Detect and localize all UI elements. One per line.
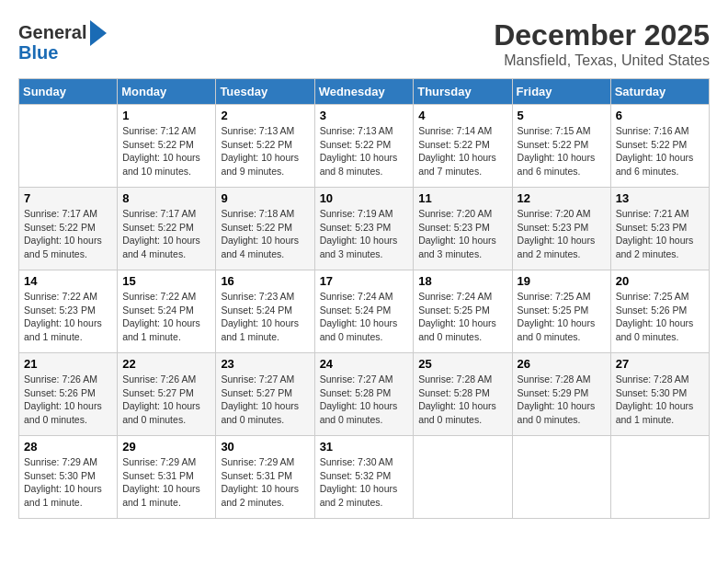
calendar-cell — [512, 436, 610, 519]
location-title: Mansfield, Texas, United States — [494, 52, 710, 69]
calendar-table: SundayMondayTuesdayWednesdayThursdayFrid… — [18, 78, 710, 519]
day-number: 4 — [418, 109, 506, 122]
header-tuesday: Tuesday — [216, 79, 314, 105]
day-info: Sunrise: 7:29 AMSunset: 5:31 PMDaylight:… — [221, 455, 309, 510]
day-number: 27 — [616, 357, 704, 371]
day-info: Sunrise: 7:13 AMSunset: 5:22 PMDaylight:… — [320, 124, 409, 178]
header-saturday: Saturday — [610, 79, 709, 105]
calendar-cell: 13Sunrise: 7:21 AMSunset: 5:23 PMDayligh… — [610, 188, 709, 270]
day-info: Sunrise: 7:27 AMSunset: 5:27 PMDaylight:… — [221, 373, 309, 427]
day-info: Sunrise: 7:21 AMSunset: 5:23 PMDaylight:… — [616, 207, 704, 261]
calendar-cell: 12Sunrise: 7:20 AMSunset: 5:23 PMDayligh… — [512, 188, 610, 270]
calendar-cell: 15Sunrise: 7:22 AMSunset: 5:24 PMDayligh… — [118, 270, 216, 353]
day-number: 1 — [122, 109, 210, 122]
day-info: Sunrise: 7:25 AMSunset: 5:25 PMDaylight:… — [518, 290, 606, 344]
day-info: Sunrise: 7:22 AMSunset: 5:24 PMDaylight:… — [122, 290, 210, 344]
day-info: Sunrise: 7:24 AMSunset: 5:25 PMDaylight:… — [418, 290, 506, 344]
calendar-cell — [610, 436, 709, 519]
header-monday: Monday — [118, 79, 216, 105]
day-info: Sunrise: 7:27 AMSunset: 5:28 PMDaylight:… — [320, 373, 409, 427]
day-info: Sunrise: 7:30 AMSunset: 5:32 PMDaylight:… — [320, 455, 409, 510]
week-row-1: 1Sunrise: 7:12 AMSunset: 5:22 PMDaylight… — [19, 105, 710, 188]
calendar-cell: 4Sunrise: 7:14 AMSunset: 5:22 PMDaylight… — [414, 105, 512, 188]
day-number: 12 — [518, 191, 606, 205]
day-number: 21 — [24, 357, 112, 371]
calendar-cell: 31Sunrise: 7:30 AMSunset: 5:32 PMDayligh… — [314, 436, 414, 519]
calendar-cell: 11Sunrise: 7:20 AMSunset: 5:23 PMDayligh… — [414, 188, 512, 270]
calendar-cell: 9Sunrise: 7:18 AMSunset: 5:22 PMDaylight… — [216, 188, 314, 270]
day-number: 20 — [616, 274, 704, 288]
calendar-cell: 29Sunrise: 7:29 AMSunset: 5:31 PMDayligh… — [118, 436, 216, 519]
day-number: 17 — [320, 274, 409, 288]
calendar-cell: 27Sunrise: 7:28 AMSunset: 5:30 PMDayligh… — [610, 353, 709, 436]
calendar-cell: 5Sunrise: 7:15 AMSunset: 5:22 PMDaylight… — [512, 105, 610, 188]
day-number: 29 — [122, 440, 210, 454]
day-number: 30 — [221, 440, 309, 454]
calendar-cell: 1Sunrise: 7:12 AMSunset: 5:22 PMDaylight… — [118, 105, 216, 188]
calendar-cell: 7Sunrise: 7:17 AMSunset: 5:22 PMDaylight… — [19, 188, 118, 270]
day-number: 19 — [518, 274, 606, 288]
header-friday: Friday — [512, 79, 610, 105]
day-number: 24 — [320, 357, 409, 371]
calendar-cell: 21Sunrise: 7:26 AMSunset: 5:26 PMDayligh… — [19, 353, 118, 436]
logo-text-general: General — [18, 22, 86, 43]
day-number: 8 — [122, 191, 210, 205]
day-number: 9 — [221, 191, 309, 205]
day-info: Sunrise: 7:14 AMSunset: 5:22 PMDaylight:… — [418, 124, 506, 178]
calendar-cell: 18Sunrise: 7:24 AMSunset: 5:25 PMDayligh… — [414, 270, 512, 353]
day-info: Sunrise: 7:29 AMSunset: 5:31 PMDaylight:… — [122, 455, 210, 510]
day-info: Sunrise: 7:20 AMSunset: 5:23 PMDaylight:… — [518, 207, 606, 261]
day-number: 3 — [320, 109, 409, 122]
day-number: 2 — [221, 109, 309, 122]
calendar-cell: 24Sunrise: 7:27 AMSunset: 5:28 PMDayligh… — [314, 353, 414, 436]
week-row-5: 28Sunrise: 7:29 AMSunset: 5:30 PMDayligh… — [19, 436, 710, 519]
month-title: December 2025 — [494, 18, 710, 52]
header-wednesday: Wednesday — [314, 79, 414, 105]
day-number: 14 — [24, 274, 112, 288]
calendar-cell: 16Sunrise: 7:23 AMSunset: 5:24 PMDayligh… — [216, 270, 314, 353]
day-info: Sunrise: 7:24 AMSunset: 5:24 PMDaylight:… — [320, 290, 409, 344]
day-info: Sunrise: 7:12 AMSunset: 5:22 PMDaylight:… — [122, 124, 210, 178]
header-thursday: Thursday — [414, 79, 512, 105]
day-number: 16 — [221, 274, 309, 288]
day-number: 13 — [616, 191, 704, 205]
calendar-cell: 23Sunrise: 7:27 AMSunset: 5:27 PMDayligh… — [216, 353, 314, 436]
day-number: 18 — [418, 274, 506, 288]
day-info: Sunrise: 7:19 AMSunset: 5:23 PMDaylight:… — [320, 207, 409, 261]
day-number: 31 — [320, 440, 409, 454]
day-info: Sunrise: 7:29 AMSunset: 5:30 PMDaylight:… — [24, 455, 112, 510]
day-info: Sunrise: 7:28 AMSunset: 5:30 PMDaylight:… — [616, 373, 704, 427]
calendar-cell: 17Sunrise: 7:24 AMSunset: 5:24 PMDayligh… — [314, 270, 414, 353]
calendar-cell — [414, 436, 512, 519]
day-number: 22 — [122, 357, 210, 371]
title-block: December 2025 Mansfield, Texas, United S… — [494, 18, 710, 69]
calendar-cell: 26Sunrise: 7:28 AMSunset: 5:29 PMDayligh… — [512, 353, 610, 436]
day-number: 6 — [616, 109, 704, 122]
week-row-2: 7Sunrise: 7:17 AMSunset: 5:22 PMDaylight… — [19, 188, 710, 270]
calendar-cell: 28Sunrise: 7:29 AMSunset: 5:30 PMDayligh… — [19, 436, 118, 519]
day-info: Sunrise: 7:23 AMSunset: 5:24 PMDaylight:… — [221, 290, 309, 344]
day-info: Sunrise: 7:25 AMSunset: 5:26 PMDaylight:… — [616, 290, 704, 344]
day-number: 25 — [418, 357, 506, 371]
day-number: 7 — [24, 191, 112, 205]
day-info: Sunrise: 7:16 AMSunset: 5:22 PMDaylight:… — [616, 124, 704, 178]
week-row-4: 21Sunrise: 7:26 AMSunset: 5:26 PMDayligh… — [19, 353, 710, 436]
logo-arrow-icon — [90, 20, 107, 46]
day-number: 26 — [518, 357, 606, 371]
calendar-cell: 19Sunrise: 7:25 AMSunset: 5:25 PMDayligh… — [512, 270, 610, 353]
calendar-cell: 22Sunrise: 7:26 AMSunset: 5:27 PMDayligh… — [118, 353, 216, 436]
calendar-cell: 3Sunrise: 7:13 AMSunset: 5:22 PMDaylight… — [314, 105, 414, 188]
day-info: Sunrise: 7:18 AMSunset: 5:22 PMDaylight:… — [221, 207, 309, 261]
day-info: Sunrise: 7:26 AMSunset: 5:26 PMDaylight:… — [24, 373, 112, 427]
day-number: 5 — [518, 109, 606, 122]
day-number: 15 — [122, 274, 210, 288]
day-info: Sunrise: 7:15 AMSunset: 5:22 PMDaylight:… — [518, 124, 606, 178]
week-row-3: 14Sunrise: 7:22 AMSunset: 5:23 PMDayligh… — [19, 270, 710, 353]
calendar-cell: 8Sunrise: 7:17 AMSunset: 5:22 PMDaylight… — [118, 188, 216, 270]
day-info: Sunrise: 7:28 AMSunset: 5:28 PMDaylight:… — [418, 373, 506, 427]
day-number: 23 — [221, 357, 309, 371]
logo: General Blue — [18, 18, 107, 63]
day-info: Sunrise: 7:26 AMSunset: 5:27 PMDaylight:… — [122, 373, 210, 427]
calendar-cell: 10Sunrise: 7:19 AMSunset: 5:23 PMDayligh… — [314, 188, 414, 270]
day-number: 28 — [24, 440, 112, 454]
